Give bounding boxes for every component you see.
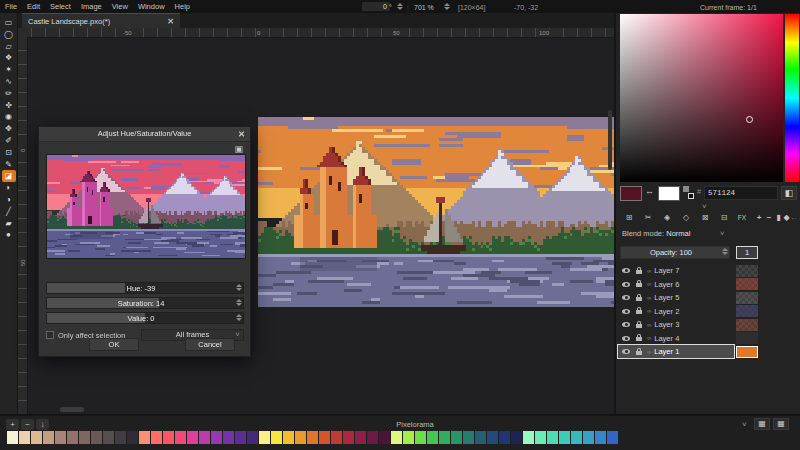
hue-slider[interactable]: Hue: -39 [46, 282, 244, 294]
tab-castle-landscape[interactable]: Castle Landscape.pxo(*) ✕ [22, 13, 180, 28]
blend-mode-row[interactable]: Blend mode: Normal ˅ [622, 229, 690, 238]
hue-strip[interactable] [785, 14, 799, 182]
menu-file[interactable]: File [0, 0, 22, 13]
palette-swatch[interactable] [91, 431, 102, 444]
palette-swatch[interactable] [295, 431, 306, 444]
cel-thumbnail[interactable] [736, 292, 758, 304]
remove-color-button[interactable]: − [21, 419, 34, 430]
tool-polygon-select[interactable]: ▱ [2, 41, 16, 53]
default-colors-icon[interactable] [683, 186, 695, 201]
palette-swatch[interactable] [31, 431, 42, 444]
primary-color-swatch[interactable] [620, 186, 642, 201]
horizontal-scrollbar[interactable] [60, 407, 84, 412]
layer-row-1-selected[interactable]: ∞ Layer 1 [618, 345, 734, 358]
palette-swatch[interactable] [355, 431, 366, 444]
visibility-eye-icon[interactable] [622, 268, 630, 273]
drawing-canvas[interactable] [258, 117, 614, 307]
link-cels-icon[interactable]: ∞ [647, 322, 651, 328]
palette-swatch[interactable] [19, 431, 30, 444]
cel-thumbnail[interactable] [736, 265, 758, 277]
palette-swatch[interactable] [139, 431, 150, 444]
frame-column-header[interactable]: 1 [736, 246, 758, 259]
unlink-cel-icon[interactable]: ✂ [639, 211, 657, 225]
palette-swatch[interactable] [415, 431, 426, 444]
tool-lasso[interactable]: ∿ [2, 76, 16, 88]
link-cels-icon[interactable]: ∞ [647, 335, 651, 341]
rotation-input[interactable]: 0 [362, 2, 390, 11]
value-stepper[interactable] [236, 314, 242, 322]
palette-swatch[interactable] [235, 431, 246, 444]
palette-swatch[interactable] [535, 431, 546, 444]
palette-swatch[interactable] [103, 431, 114, 444]
visibility-eye-icon[interactable] [622, 282, 630, 287]
preview-camera-icon[interactable]: ▣ [234, 144, 243, 154]
palette-swatch[interactable] [55, 431, 66, 444]
outline-icon[interactable]: ◇ [677, 211, 695, 225]
swap-colors-icon[interactable]: ↔ [645, 186, 654, 196]
edit-palette-icon[interactable]: ▦ [754, 418, 770, 430]
tool-eraser[interactable]: ◪ [2, 170, 16, 182]
saturation-value-square[interactable] [620, 14, 783, 182]
tool-magic-wand[interactable]: ✶ [2, 64, 16, 76]
lock-icon[interactable] [636, 283, 642, 287]
palette-swatch[interactable] [115, 431, 126, 444]
tool-move[interactable]: ✜ [2, 100, 16, 112]
link-cels-icon[interactable]: ∞ [647, 281, 651, 287]
new-palette-icon[interactable]: ▦ [773, 418, 789, 430]
palette-swatch[interactable] [343, 431, 354, 444]
palette-swatch[interactable] [367, 431, 378, 444]
palette-swatch[interactable] [499, 431, 510, 444]
lock-icon[interactable] [636, 351, 642, 355]
palette-swatch[interactable] [523, 431, 534, 444]
cel-thumbnail-current[interactable] [736, 346, 758, 358]
dialog-close-icon[interactable]: ✕ [238, 127, 245, 141]
sort-colors-button[interactable]: ↓ [36, 419, 49, 430]
menu-help[interactable]: Help [170, 0, 195, 13]
palette-swatch[interactable] [511, 431, 522, 444]
opacity-slider[interactable]: Opacity: 100 [620, 246, 730, 259]
tool-shading[interactable]: ◑ [2, 194, 16, 206]
secondary-color-swatch[interactable] [658, 186, 680, 201]
remove-layer-icon[interactable]: − [764, 211, 774, 225]
palette-swatch[interactable] [583, 431, 594, 444]
dialog-title-bar[interactable]: Adjust Hue/Saturation/Value ✕ [39, 127, 250, 142]
palette-swatch[interactable] [403, 431, 414, 444]
palette-swatch[interactable] [7, 431, 18, 444]
palette-swatch[interactable] [151, 431, 162, 444]
palette-swatch[interactable] [607, 431, 618, 444]
palette-swatch[interactable] [259, 431, 270, 444]
palette-swatch[interactable] [487, 431, 498, 444]
visibility-eye-icon[interactable] [622, 322, 630, 327]
palette-swatch[interactable] [247, 431, 258, 444]
layer-row-2[interactable]: ∞ Layer 2 [618, 305, 734, 318]
layer-row-6[interactable]: ∞ Layer 6 [618, 278, 734, 291]
palette-swatch[interactable] [199, 431, 210, 444]
palette-swatch[interactable] [463, 431, 474, 444]
add-layer-icon[interactable]: + [754, 211, 764, 225]
tool-rectangle-select[interactable]: ▭ [2, 17, 16, 29]
palette-swatch[interactable] [379, 431, 390, 444]
cel-thumbnail[interactable] [736, 319, 758, 331]
palette-swatch[interactable] [223, 431, 234, 444]
tool-crop[interactable]: ⊡ [2, 147, 16, 159]
layer-row-7[interactable]: ∞ Layer 7 [618, 264, 734, 277]
menu-window[interactable]: Window [133, 0, 170, 13]
palette-swatch[interactable] [319, 431, 330, 444]
picker-expand-icon[interactable]: ˅ [702, 202, 707, 211]
tool-zoom[interactable]: ◉ [2, 111, 16, 123]
link-cels-icon[interactable]: ∞ [647, 295, 651, 301]
tool-ellipse[interactable]: ● [2, 229, 16, 241]
palette-swatch[interactable] [559, 431, 570, 444]
lock-icon[interactable] [636, 310, 642, 314]
palette-swatch[interactable] [211, 431, 222, 444]
add-color-button[interactable]: + [6, 419, 19, 430]
cancel-button[interactable]: Cancel [185, 338, 235, 351]
cel-menu-icon[interactable]: ⊞ [620, 211, 638, 225]
cel-thumbnail[interactable] [736, 278, 758, 290]
menu-view[interactable]: View [107, 0, 133, 13]
hex-color-input[interactable]: 571124 [704, 186, 778, 200]
cel-thumbnail[interactable] [736, 305, 758, 317]
visibility-eye-icon[interactable] [622, 295, 630, 300]
palette-swatch[interactable] [427, 431, 438, 444]
palette-swatch[interactable] [331, 431, 342, 444]
